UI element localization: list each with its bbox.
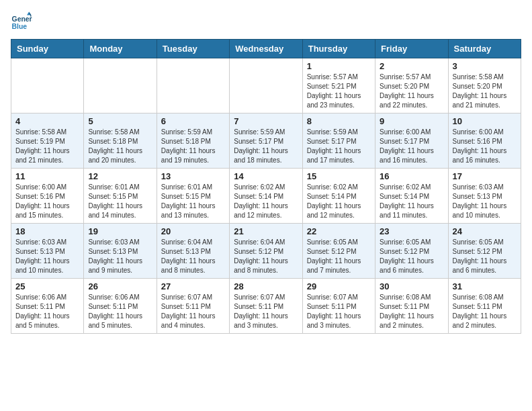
day-info: Sunrise: 5:58 AM Sunset: 5:19 PM Dayligh…	[15, 128, 79, 165]
day-info: Sunrise: 6:05 AM Sunset: 5:12 PM Dayligh…	[380, 238, 443, 275]
day-number: 23	[380, 226, 443, 236]
day-number: 7	[234, 116, 298, 126]
page-header: General Blue	[11, 11, 521, 32]
day-header-saturday: Saturday	[448, 40, 521, 58]
day-info: Sunrise: 6:02 AM Sunset: 5:14 PM Dayligh…	[234, 183, 298, 220]
calendar-cell: 7Sunrise: 5:59 AM Sunset: 5:17 PM Daylig…	[230, 113, 302, 169]
week-row-1: 1Sunrise: 5:57 AM Sunset: 5:21 PM Daylig…	[11, 58, 521, 113]
day-info: Sunrise: 6:07 AM Sunset: 5:11 PM Dayligh…	[234, 293, 298, 330]
day-info: Sunrise: 6:04 AM Sunset: 5:12 PM Dayligh…	[234, 238, 298, 275]
days-header-row: SundayMondayTuesdayWednesdayThursdayFrid…	[11, 40, 521, 58]
calendar-cell: 22Sunrise: 6:05 AM Sunset: 5:12 PM Dayli…	[302, 224, 375, 279]
day-number: 9	[380, 116, 443, 126]
calendar-cell: 14Sunrise: 6:02 AM Sunset: 5:14 PM Dayli…	[230, 169, 302, 224]
day-info: Sunrise: 5:57 AM Sunset: 5:20 PM Dayligh…	[380, 73, 443, 110]
logo: General Blue	[11, 11, 35, 32]
calendar-cell: 12Sunrise: 6:01 AM Sunset: 5:15 PM Dayli…	[84, 169, 157, 224]
day-number: 16	[380, 171, 443, 181]
day-number: 14	[234, 171, 298, 181]
day-info: Sunrise: 6:00 AM Sunset: 5:16 PM Dayligh…	[15, 183, 79, 220]
calendar-cell: 18Sunrise: 6:03 AM Sunset: 5:13 PM Dayli…	[11, 224, 84, 279]
calendar-cell: 5Sunrise: 5:58 AM Sunset: 5:18 PM Daylig…	[84, 113, 157, 169]
day-info: Sunrise: 6:00 AM Sunset: 5:17 PM Dayligh…	[380, 128, 443, 165]
day-number: 31	[453, 281, 517, 291]
day-header-wednesday: Wednesday	[230, 40, 302, 58]
day-info: Sunrise: 6:01 AM Sunset: 5:15 PM Dayligh…	[88, 183, 152, 220]
day-info: Sunrise: 5:59 AM Sunset: 5:18 PM Dayligh…	[161, 128, 225, 165]
day-number: 5	[88, 116, 152, 126]
day-info: Sunrise: 5:58 AM Sunset: 5:20 PM Dayligh…	[453, 73, 517, 110]
day-header-thursday: Thursday	[302, 40, 375, 58]
day-info: Sunrise: 6:02 AM Sunset: 5:14 PM Dayligh…	[380, 183, 443, 220]
svg-text:Blue: Blue	[12, 23, 28, 30]
day-number: 18	[15, 226, 79, 236]
day-number: 13	[161, 171, 225, 181]
calendar-cell: 30Sunrise: 6:08 AM Sunset: 5:11 PM Dayli…	[375, 279, 448, 334]
day-info: Sunrise: 5:58 AM Sunset: 5:18 PM Dayligh…	[88, 128, 152, 165]
calendar-cell: 3Sunrise: 5:58 AM Sunset: 5:20 PM Daylig…	[448, 58, 521, 113]
calendar-cell: 16Sunrise: 6:02 AM Sunset: 5:14 PM Dayli…	[375, 169, 448, 224]
day-number: 2	[380, 61, 443, 71]
day-number: 12	[88, 171, 152, 181]
day-info: Sunrise: 6:03 AM Sunset: 5:13 PM Dayligh…	[88, 238, 152, 275]
day-number: 11	[15, 171, 79, 181]
day-number: 30	[380, 281, 443, 291]
day-number: 29	[307, 281, 371, 291]
day-info: Sunrise: 6:00 AM Sunset: 5:16 PM Dayligh…	[453, 128, 517, 165]
calendar-cell: 27Sunrise: 6:07 AM Sunset: 5:11 PM Dayli…	[157, 279, 229, 334]
calendar-cell: 17Sunrise: 6:03 AM Sunset: 5:13 PM Dayli…	[448, 169, 521, 224]
day-number: 24	[453, 226, 517, 236]
week-row-2: 4Sunrise: 5:58 AM Sunset: 5:19 PM Daylig…	[11, 113, 521, 169]
week-row-3: 11Sunrise: 6:00 AM Sunset: 5:16 PM Dayli…	[11, 169, 521, 224]
calendar-table: SundayMondayTuesdayWednesdayThursdayFrid…	[11, 39, 521, 334]
calendar-cell: 23Sunrise: 6:05 AM Sunset: 5:12 PM Dayli…	[375, 224, 448, 279]
week-row-5: 25Sunrise: 6:06 AM Sunset: 5:11 PM Dayli…	[11, 279, 521, 334]
calendar-cell: 13Sunrise: 6:01 AM Sunset: 5:15 PM Dayli…	[157, 169, 229, 224]
calendar-cell: 15Sunrise: 6:02 AM Sunset: 5:14 PM Dayli…	[302, 169, 375, 224]
day-number: 20	[161, 226, 225, 236]
svg-text:General: General	[12, 15, 32, 23]
day-info: Sunrise: 5:59 AM Sunset: 5:17 PM Dayligh…	[307, 128, 371, 165]
day-info: Sunrise: 6:06 AM Sunset: 5:11 PM Dayligh…	[15, 293, 79, 330]
day-header-friday: Friday	[375, 40, 448, 58]
day-info: Sunrise: 6:03 AM Sunset: 5:13 PM Dayligh…	[15, 238, 79, 275]
day-number: 1	[307, 61, 371, 71]
day-info: Sunrise: 6:07 AM Sunset: 5:11 PM Dayligh…	[161, 293, 225, 330]
calendar-cell: 9Sunrise: 6:00 AM Sunset: 5:17 PM Daylig…	[375, 113, 448, 169]
day-header-sunday: Sunday	[11, 40, 84, 58]
calendar-cell	[230, 58, 302, 113]
calendar-cell: 19Sunrise: 6:03 AM Sunset: 5:13 PM Dayli…	[84, 224, 157, 279]
calendar-cell: 21Sunrise: 6:04 AM Sunset: 5:12 PM Dayli…	[230, 224, 302, 279]
day-number: 26	[88, 281, 152, 291]
day-info: Sunrise: 6:03 AM Sunset: 5:13 PM Dayligh…	[453, 183, 517, 220]
calendar-cell: 4Sunrise: 5:58 AM Sunset: 5:19 PM Daylig…	[11, 113, 84, 169]
calendar-cell: 11Sunrise: 6:00 AM Sunset: 5:16 PM Dayli…	[11, 169, 84, 224]
day-info: Sunrise: 6:05 AM Sunset: 5:12 PM Dayligh…	[307, 238, 371, 275]
day-number: 8	[307, 116, 371, 126]
day-info: Sunrise: 6:02 AM Sunset: 5:14 PM Dayligh…	[307, 183, 371, 220]
day-number: 17	[453, 171, 517, 181]
day-number: 3	[453, 61, 517, 71]
calendar-cell	[11, 58, 84, 113]
day-header-monday: Monday	[84, 40, 157, 58]
calendar-cell: 24Sunrise: 6:05 AM Sunset: 5:12 PM Dayli…	[448, 224, 521, 279]
day-number: 4	[15, 116, 79, 126]
calendar-cell	[84, 58, 157, 113]
calendar-cell: 20Sunrise: 6:04 AM Sunset: 5:13 PM Dayli…	[157, 224, 229, 279]
day-info: Sunrise: 6:01 AM Sunset: 5:15 PM Dayligh…	[161, 183, 225, 220]
day-info: Sunrise: 6:08 AM Sunset: 5:11 PM Dayligh…	[453, 293, 517, 330]
day-number: 21	[234, 226, 298, 236]
day-info: Sunrise: 6:05 AM Sunset: 5:12 PM Dayligh…	[453, 238, 517, 275]
calendar-cell: 26Sunrise: 6:06 AM Sunset: 5:11 PM Dayli…	[84, 279, 157, 334]
day-number: 27	[161, 281, 225, 291]
calendar-cell: 6Sunrise: 5:59 AM Sunset: 5:18 PM Daylig…	[157, 113, 229, 169]
calendar-cell	[157, 58, 229, 113]
calendar-cell: 8Sunrise: 5:59 AM Sunset: 5:17 PM Daylig…	[302, 113, 375, 169]
day-info: Sunrise: 6:07 AM Sunset: 5:11 PM Dayligh…	[307, 293, 371, 330]
calendar-cell: 28Sunrise: 6:07 AM Sunset: 5:11 PM Dayli…	[230, 279, 302, 334]
logo-icon: General Blue	[11, 11, 32, 32]
day-info: Sunrise: 5:59 AM Sunset: 5:17 PM Dayligh…	[234, 128, 298, 165]
calendar-cell: 25Sunrise: 6:06 AM Sunset: 5:11 PM Dayli…	[11, 279, 84, 334]
calendar-cell: 31Sunrise: 6:08 AM Sunset: 5:11 PM Dayli…	[448, 279, 521, 334]
calendar-cell: 10Sunrise: 6:00 AM Sunset: 5:16 PM Dayli…	[448, 113, 521, 169]
